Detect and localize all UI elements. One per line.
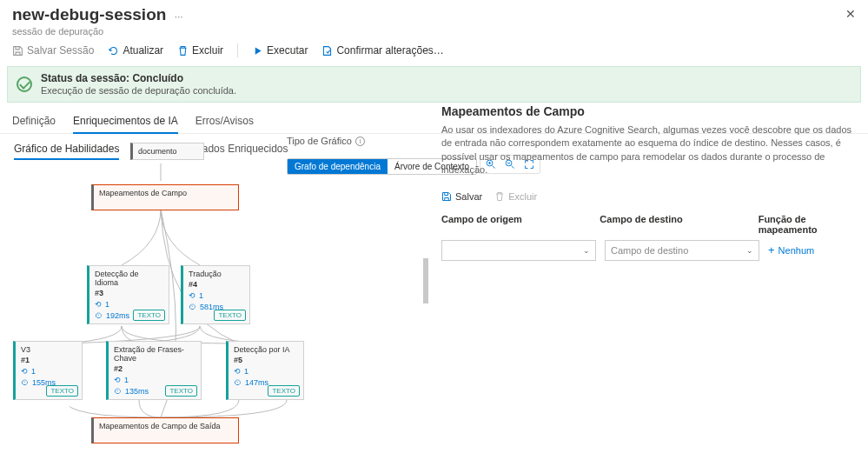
chevron-down-icon: ⌄ — [583, 246, 590, 255]
panel-desc: Ao usar os indexadores do Azure Cognitiv… — [441, 123, 859, 177]
panel-title: Mapeamentos de Campo — [441, 104, 859, 118]
banner-title: Status da sessão: Concluído — [41, 72, 183, 84]
col-function: Função de mapeamento — [759, 214, 859, 235]
add-mapping-button[interactable]: +Nenhum — [768, 243, 814, 257]
tab-errors[interactable]: Erros/Avisos — [195, 111, 254, 133]
save-session-button[interactable]: Salvar Sessão — [12, 44, 94, 57]
status-banner: Status da sessão: Concluído Execução de … — [7, 66, 861, 103]
trash-icon — [177, 45, 189, 57]
col-target: Campo de destino — [600, 214, 744, 235]
confirm-icon — [321, 45, 333, 57]
node-document[interactable]: documento — [130, 143, 204, 160]
node-translation[interactable]: Tradução #4 ⟲ 1 ⏲ 581ms TEXTO — [181, 265, 250, 324]
panel-delete-button: Excluir — [494, 191, 537, 202]
node-v3[interactable]: V3 #1 ⟲ 1 ⏲ 155ms TEXTO — [13, 341, 83, 400]
tab-definition[interactable]: Definição — [12, 111, 56, 133]
page-title: new-debug-session — [12, 5, 166, 24]
banner-msg: Execução de sessão de depuração concluíd… — [41, 85, 236, 96]
node-ai-detection[interactable]: Detecção por IA #5 ⟲ 1 ⏲ 147ms TEXTO — [226, 341, 304, 400]
target-field-select[interactable]: Campo de destino⌄ — [605, 240, 759, 261]
scrollbar[interactable] — [423, 258, 428, 303]
tab-enrichments[interactable]: Enriquecimentos de IA — [73, 111, 178, 134]
col-source: Campo de origem — [441, 214, 586, 235]
panel-save-button[interactable]: Salvar — [441, 191, 482, 202]
save-icon — [441, 191, 452, 202]
node-language-detection[interactable]: Detecção de Idioma #3 ⟲ 1 ⏲ 192ms TEXTO — [87, 265, 169, 324]
trash-icon — [494, 191, 505, 202]
page-subtitle: sessão de depuração — [0, 26, 868, 37]
plus-icon: + — [768, 243, 775, 257]
node-field-mappings[interactable]: Mapeamentos de Campo — [91, 184, 239, 210]
close-icon[interactable]: ✕ — [845, 7, 856, 21]
save-icon — [12, 45, 23, 57]
check-circle-icon — [17, 77, 32, 92]
delete-button[interactable]: Excluir — [177, 44, 223, 57]
confirm-button[interactable]: Confirmar alterações… — [321, 44, 443, 57]
node-output-mappings[interactable]: Mapeamentos de Campo de Saída — [91, 417, 239, 443]
play-icon — [252, 45, 263, 57]
refresh-button[interactable]: Atualizar — [108, 44, 163, 57]
info-icon[interactable]: i — [355, 137, 365, 146]
refresh-icon — [108, 45, 119, 57]
run-button[interactable]: Executar — [252, 44, 308, 57]
chevron-down-icon: ⌄ — [746, 246, 753, 255]
more-icon[interactable]: ··· — [175, 10, 183, 23]
node-key-phrases[interactable]: Extração de Frases-Chave #2 ⟲ 1 ⏲ 135ms … — [106, 341, 202, 400]
source-field-select[interactable]: ⌄ — [441, 240, 596, 261]
